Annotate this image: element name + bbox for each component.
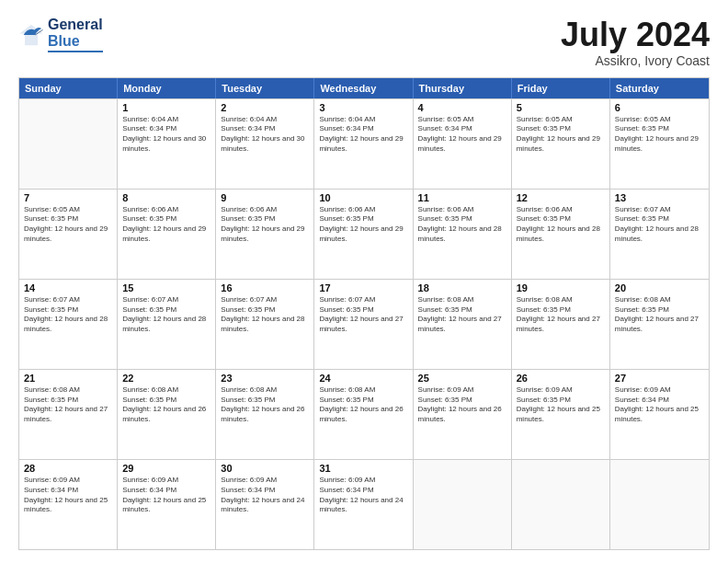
calendar-cell: 6Sunrise: 6:05 AMSunset: 6:35 PMDaylight… <box>610 99 709 189</box>
day-number: 24 <box>319 373 407 384</box>
day-number: 16 <box>221 282 309 293</box>
calendar-cell: 12Sunrise: 6:06 AMSunset: 6:35 PMDayligh… <box>512 190 610 279</box>
calendar-cell: 10Sunrise: 6:06 AMSunset: 6:35 PMDayligh… <box>314 190 413 279</box>
logo-text: General Blue <box>48 17 103 52</box>
calendar-row: 1Sunrise: 6:04 AMSunset: 6:34 PMDaylight… <box>19 98 709 189</box>
calendar-cell: 21Sunrise: 6:08 AMSunset: 6:35 PMDayligh… <box>19 370 118 459</box>
calendar-cell: 28Sunrise: 6:09 AMSunset: 6:34 PMDayligh… <box>19 460 118 549</box>
cell-sun-info: Sunrise: 6:04 AMSunset: 6:34 PMDaylight:… <box>221 115 309 155</box>
calendar-cell: 14Sunrise: 6:07 AMSunset: 6:35 PMDayligh… <box>19 280 118 369</box>
calendar-cell: 26Sunrise: 6:09 AMSunset: 6:35 PMDayligh… <box>512 370 610 459</box>
cell-sun-info: Sunrise: 6:08 AMSunset: 6:35 PMDaylight:… <box>24 385 112 425</box>
cell-sun-info: Sunrise: 6:04 AMSunset: 6:34 PMDaylight:… <box>122 115 210 155</box>
cell-sun-info: Sunrise: 6:05 AMSunset: 6:35 PMDaylight:… <box>517 115 605 155</box>
cell-sun-info: Sunrise: 6:08 AMSunset: 6:35 PMDaylight:… <box>319 385 407 425</box>
day-number: 1 <box>122 102 210 113</box>
calendar-header-cell: Saturday <box>610 78 709 98</box>
calendar-cell: 29Sunrise: 6:09 AMSunset: 6:34 PMDayligh… <box>118 460 216 549</box>
calendar-cell: 27Sunrise: 6:09 AMSunset: 6:34 PMDayligh… <box>610 370 709 459</box>
calendar-cell: 4Sunrise: 6:05 AMSunset: 6:34 PMDaylight… <box>414 99 512 189</box>
calendar-cell: 25Sunrise: 6:09 AMSunset: 6:35 PMDayligh… <box>414 370 512 459</box>
calendar-cell: 5Sunrise: 6:05 AMSunset: 6:35 PMDaylight… <box>512 99 610 189</box>
cell-sun-info: Sunrise: 6:09 AMSunset: 6:34 PMDaylight:… <box>319 476 407 515</box>
calendar-header: SundayMondayTuesdayWednesdayThursdayFrid… <box>19 78 709 98</box>
cell-sun-info: Sunrise: 6:05 AMSunset: 6:35 PMDaylight:… <box>24 205 112 245</box>
calendar-cell: 31Sunrise: 6:09 AMSunset: 6:34 PMDayligh… <box>314 460 413 549</box>
calendar-cell: 2Sunrise: 6:04 AMSunset: 6:34 PMDaylight… <box>216 99 314 189</box>
cell-sun-info: Sunrise: 6:09 AMSunset: 6:34 PMDaylight:… <box>122 476 210 515</box>
cell-sun-info: Sunrise: 6:09 AMSunset: 6:35 PMDaylight:… <box>418 385 506 425</box>
day-number: 7 <box>24 192 112 203</box>
day-number: 12 <box>517 192 605 203</box>
day-number: 15 <box>122 282 210 293</box>
calendar-cell: 13Sunrise: 6:07 AMSunset: 6:35 PMDayligh… <box>610 190 709 279</box>
day-number: 6 <box>615 102 704 113</box>
day-number: 8 <box>122 192 210 203</box>
cell-sun-info: Sunrise: 6:09 AMSunset: 6:35 PMDaylight:… <box>517 385 605 425</box>
calendar-cell <box>414 460 512 549</box>
cell-sun-info: Sunrise: 6:08 AMSunset: 6:35 PMDaylight:… <box>517 295 605 335</box>
cell-sun-info: Sunrise: 6:05 AMSunset: 6:35 PMDaylight:… <box>615 115 704 155</box>
calendar-cell: 20Sunrise: 6:08 AMSunset: 6:35 PMDayligh… <box>610 280 709 369</box>
calendar-cell <box>512 460 610 549</box>
day-number: 9 <box>221 192 309 203</box>
day-number: 23 <box>221 373 309 384</box>
header: General Blue July 2024 Assikro, Ivory Co… <box>18 17 710 68</box>
calendar-cell: 16Sunrise: 6:07 AMSunset: 6:35 PMDayligh… <box>216 280 314 369</box>
cell-sun-info: Sunrise: 6:07 AMSunset: 6:35 PMDaylight:… <box>319 295 407 335</box>
logo-blue: Blue <box>48 33 103 50</box>
calendar-body: 1Sunrise: 6:04 AMSunset: 6:34 PMDaylight… <box>19 98 709 549</box>
cell-sun-info: Sunrise: 6:08 AMSunset: 6:35 PMDaylight:… <box>122 385 210 425</box>
calendar-cell <box>610 460 709 549</box>
month-title: July 2024 <box>561 17 710 53</box>
cell-sun-info: Sunrise: 6:07 AMSunset: 6:35 PMDaylight:… <box>221 295 309 335</box>
calendar-cell: 3Sunrise: 6:04 AMSunset: 6:34 PMDaylight… <box>314 99 413 189</box>
calendar-row: 21Sunrise: 6:08 AMSunset: 6:35 PMDayligh… <box>19 369 709 459</box>
cell-sun-info: Sunrise: 6:06 AMSunset: 6:35 PMDaylight:… <box>319 205 407 245</box>
day-number: 25 <box>418 373 506 384</box>
day-number: 11 <box>418 192 506 203</box>
day-number: 30 <box>221 463 309 474</box>
calendar-header-cell: Monday <box>118 78 216 98</box>
day-number: 31 <box>319 463 407 474</box>
location-subtitle: Assikro, Ivory Coast <box>561 53 710 68</box>
cell-sun-info: Sunrise: 6:09 AMSunset: 6:34 PMDaylight:… <box>221 476 309 515</box>
cell-sun-info: Sunrise: 6:05 AMSunset: 6:34 PMDaylight:… <box>418 115 506 155</box>
cell-sun-info: Sunrise: 6:08 AMSunset: 6:35 PMDaylight:… <box>615 295 704 335</box>
calendar: SundayMondayTuesdayWednesdayThursdayFrid… <box>18 77 710 550</box>
logo: General Blue <box>18 17 103 52</box>
day-number: 22 <box>122 373 210 384</box>
cell-sun-info: Sunrise: 6:07 AMSunset: 6:35 PMDaylight:… <box>24 295 112 335</box>
calendar-header-cell: Friday <box>512 78 610 98</box>
day-number: 27 <box>615 373 704 384</box>
day-number: 2 <box>221 102 309 113</box>
calendar-cell: 9Sunrise: 6:06 AMSunset: 6:35 PMDaylight… <box>216 190 314 279</box>
calendar-header-cell: Sunday <box>19 78 118 98</box>
cell-sun-info: Sunrise: 6:06 AMSunset: 6:35 PMDaylight:… <box>418 205 506 245</box>
cell-sun-info: Sunrise: 6:09 AMSunset: 6:34 PMDaylight:… <box>24 476 112 515</box>
calendar-cell: 30Sunrise: 6:09 AMSunset: 6:34 PMDayligh… <box>216 460 314 549</box>
cell-sun-info: Sunrise: 6:08 AMSunset: 6:35 PMDaylight:… <box>221 385 309 425</box>
cell-sun-info: Sunrise: 6:07 AMSunset: 6:35 PMDaylight:… <box>122 295 210 335</box>
page: General Blue July 2024 Assikro, Ivory Co… <box>0 0 728 563</box>
day-number: 17 <box>319 282 407 293</box>
logo-icon <box>18 22 44 48</box>
cell-sun-info: Sunrise: 6:09 AMSunset: 6:34 PMDaylight:… <box>615 385 704 425</box>
cell-sun-info: Sunrise: 6:06 AMSunset: 6:35 PMDaylight:… <box>122 205 210 245</box>
cell-sun-info: Sunrise: 6:06 AMSunset: 6:35 PMDaylight:… <box>517 205 605 245</box>
calendar-row: 7Sunrise: 6:05 AMSunset: 6:35 PMDaylight… <box>19 189 709 279</box>
day-number: 4 <box>418 102 506 113</box>
day-number: 13 <box>615 192 704 203</box>
day-number: 3 <box>319 102 407 113</box>
day-number: 19 <box>517 282 605 293</box>
day-number: 14 <box>24 282 112 293</box>
calendar-header-cell: Wednesday <box>314 78 413 98</box>
calendar-cell <box>19 99 118 189</box>
calendar-header-cell: Thursday <box>414 78 512 98</box>
cell-sun-info: Sunrise: 6:06 AMSunset: 6:35 PMDaylight:… <box>221 205 309 245</box>
calendar-cell: 15Sunrise: 6:07 AMSunset: 6:35 PMDayligh… <box>118 280 216 369</box>
day-number: 18 <box>418 282 506 293</box>
cell-sun-info: Sunrise: 6:07 AMSunset: 6:35 PMDaylight:… <box>615 205 704 245</box>
calendar-header-cell: Tuesday <box>216 78 314 98</box>
calendar-cell: 19Sunrise: 6:08 AMSunset: 6:35 PMDayligh… <box>512 280 610 369</box>
